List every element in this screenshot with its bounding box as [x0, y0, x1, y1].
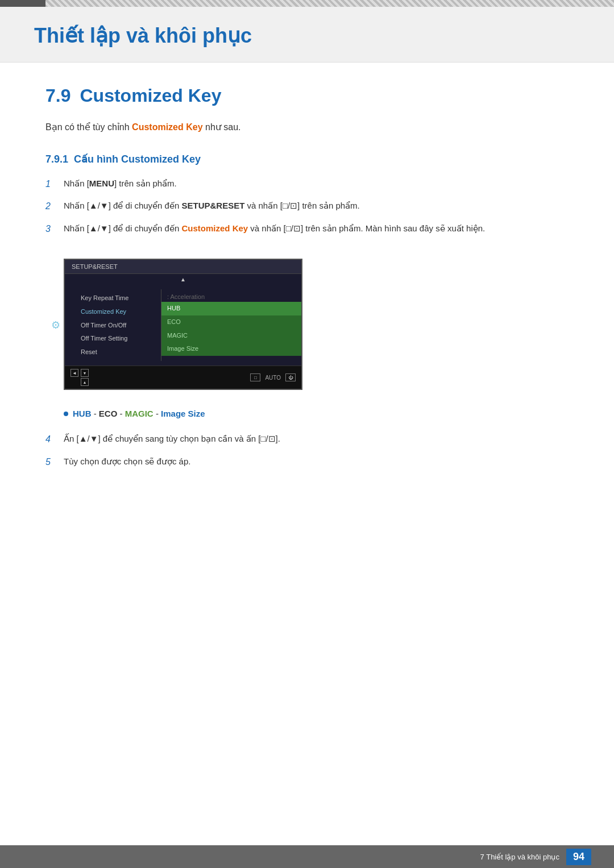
- option-hub: HUB: [73, 409, 92, 418]
- step-5-number: 5: [45, 455, 57, 470]
- osd-arrow-left: ◄: [70, 369, 78, 377]
- subsection-heading: 7.9.1 Cấu hình Customized Key: [45, 153, 569, 165]
- bullet-item-options: HUB - ECO - MAGIC - Image Size: [64, 407, 569, 421]
- osd-title-text: SETUP&RESET: [72, 263, 118, 270]
- osd-option-eco: ECO: [161, 315, 301, 329]
- intro-highlight: Customized Key: [132, 122, 202, 132]
- footer-bar: 7 Thiết lập và khôi phục 94: [0, 845, 614, 868]
- osd-option-hub: HUB: [161, 302, 301, 315]
- dash1: -: [94, 409, 99, 418]
- osd-right-label: : Acceleration: [161, 292, 301, 302]
- step-2-number: 2: [45, 199, 57, 214]
- top-decorative-bar: [0, 0, 614, 7]
- step-3-text: Nhấn [▲/▼] để di chuyển đến Customized K…: [64, 222, 569, 235]
- osd-option-image-size: Image Size: [161, 342, 301, 356]
- osd-arrow-down: ▼: [81, 369, 89, 377]
- subsection-title: Cấu hình Customized Key: [74, 153, 201, 165]
- step-5: 5 Tùy chọn được chọn sẽ được áp.: [45, 455, 569, 470]
- subsection-number: 7.9.1: [45, 153, 68, 165]
- osd-wrapper: SETUP&RESET ▲ ⚙ Key Repeat Time Customiz…: [64, 259, 302, 390]
- option-magic: MAGIC: [125, 409, 154, 418]
- osd-right-panel: : Acceleration HUB ECO MAGIC Image Size: [161, 289, 301, 361]
- step-1-number: 1: [45, 177, 57, 192]
- osd-bottom-icons: □ AUTO ⏻: [250, 373, 296, 381]
- section-number: 7.9: [45, 85, 70, 106]
- osd-menu-off-timer-setting: Off Timer Setting: [76, 332, 156, 346]
- osd-option-magic: MAGIC: [161, 329, 301, 343]
- main-content: 7.9 Customized Key Bạn có thể tùy chỉnh …: [0, 63, 614, 526]
- page-header: Thiết lập và khôi phục: [0, 7, 614, 63]
- settings-icon: ⚙: [51, 319, 60, 331]
- dash3: -: [156, 409, 161, 418]
- osd-nav-arrows: ◄ ▼ ▲: [70, 369, 89, 386]
- step-1: 1 Nhấn [MENU] trên sản phẩm.: [45, 177, 569, 192]
- option-eco: ECO: [99, 409, 118, 418]
- osd-top-arrow: ▲: [65, 276, 301, 283]
- intro-prefix: Bạn có thể tùy chỉnh: [45, 122, 132, 132]
- steps-list-2: 4 Ấn [▲/▼] để chuyển sang tùy chọn bạn c…: [45, 432, 569, 469]
- bullet-list: HUB - ECO - MAGIC - Image Size: [64, 407, 569, 421]
- footer-section-label: 7 Thiết lập và khôi phục: [480, 853, 559, 861]
- section-heading: 7.9 Customized Key: [45, 85, 569, 106]
- osd-arrow-up: ▲: [81, 378, 89, 386]
- intro-paragraph: Bạn có thể tùy chỉnh Customized Key như …: [45, 120, 569, 135]
- osd-title-bar: SETUP&RESET: [65, 260, 301, 274]
- footer-page-number: 94: [566, 849, 591, 865]
- bullet-dot: [64, 412, 68, 416]
- top-bar-accent: [0, 0, 45, 7]
- osd-power-icon: ⏻: [285, 373, 296, 381]
- intro-suffix: như sau.: [203, 122, 241, 132]
- step-2-text: Nhấn [▲/▼] để di chuyển đến SETUP&RESET …: [64, 199, 569, 213]
- step-3-number: 3: [45, 222, 57, 236]
- option-image-size: Image Size: [161, 409, 205, 418]
- step-2: 2 Nhấn [▲/▼] để di chuyển đến SETUP&RESE…: [45, 199, 569, 214]
- osd-menu-customized-key: Customized Key: [76, 305, 156, 319]
- step-4: 4 Ấn [▲/▼] để chuyển sang tùy chọn bạn c…: [45, 432, 569, 447]
- osd-menu-off-timer-on-off: Off Timer On/Off: [76, 319, 156, 333]
- step-4-number: 4: [45, 432, 57, 447]
- step-1-text: Nhấn [MENU] trên sản phẩm.: [64, 177, 569, 190]
- osd-auto-label: AUTO: [265, 375, 281, 381]
- osd-body: ⚙ Key Repeat Time Customized Key Off Tim…: [65, 285, 301, 366]
- section-title: Customized Key: [80, 85, 221, 106]
- osd-monitor-icon: □: [250, 373, 260, 381]
- page-title: Thiết lập và khôi phục: [34, 24, 580, 48]
- step-3: 3 Nhấn [▲/▼] để di chuyển đến Customized…: [45, 222, 569, 236]
- bullet-text: HUB - ECO - MAGIC - Image Size: [73, 407, 205, 421]
- osd-bottom-bar: ◄ ▼ ▲ □ AUTO ⏻: [65, 366, 301, 389]
- step-4-text: Ấn [▲/▼] để chuyển sang tùy chọn bạn cần…: [64, 432, 569, 446]
- osd-left-menu: ⚙ Key Repeat Time Customized Key Off Tim…: [65, 289, 161, 361]
- osd-menu-key-repeat: Key Repeat Time: [76, 292, 156, 305]
- osd-container: SETUP&RESET ▲ ⚙ Key Repeat Time Customiz…: [64, 259, 302, 390]
- step-5-text: Tùy chọn được chọn sẽ được áp.: [64, 455, 569, 468]
- steps-list: 1 Nhấn [MENU] trên sản phẩm. 2 Nhấn [▲/▼…: [45, 177, 569, 236]
- osd-menu-reset: Reset: [76, 346, 156, 359]
- dash2: -: [120, 409, 125, 418]
- osd-screen: SETUP&RESET ▲ ⚙ Key Repeat Time Customiz…: [64, 259, 302, 390]
